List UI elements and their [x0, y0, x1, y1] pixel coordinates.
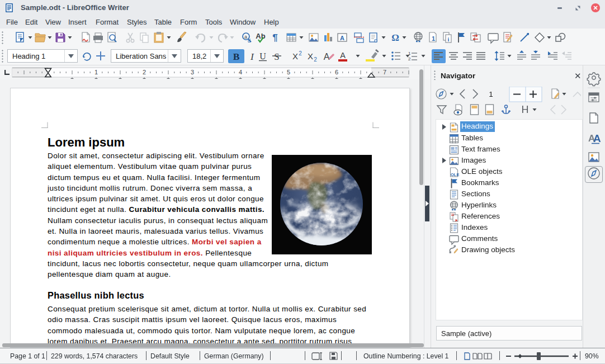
- svg-text:1: 1: [408, 51, 411, 56]
- svg-text:i: i: [448, 36, 450, 42]
- svg-text:OLE: OLE: [451, 172, 459, 177]
- svg-text:2: 2: [143, 69, 146, 75]
- svg-text:5: 5: [287, 69, 290, 75]
- svg-text:1: 1: [489, 90, 493, 98]
- svg-text:A: A: [324, 52, 330, 62]
- svg-text:X: X: [292, 51, 298, 61]
- svg-text:I: I: [250, 51, 254, 62]
- svg-text:Ω: Ω: [391, 32, 399, 43]
- svg-text:4: 4: [239, 69, 242, 75]
- svg-text:H: H: [522, 104, 529, 115]
- svg-text:2: 2: [408, 56, 411, 62]
- svg-text:1: 1: [432, 35, 435, 42]
- svg-text:1: 1: [94, 69, 98, 75]
- svg-text:3: 3: [191, 69, 194, 75]
- svg-text:a: a: [244, 34, 247, 40]
- svg-text:2: 2: [299, 50, 302, 56]
- svg-text:X: X: [308, 51, 313, 61]
- svg-text:B: B: [233, 51, 240, 62]
- svg-text:Ab: Ab: [256, 32, 265, 40]
- svg-text:2: 2: [314, 56, 317, 63]
- svg-text:A: A: [593, 133, 601, 144]
- svg-text:6: 6: [335, 69, 338, 75]
- svg-text:d: d: [248, 38, 250, 44]
- svg-text:¶: ¶: [272, 32, 277, 43]
- svg-text:A: A: [340, 51, 346, 60]
- svg-text:A: A: [340, 35, 344, 41]
- svg-text:7: 7: [383, 69, 386, 75]
- svg-text:S: S: [274, 51, 279, 62]
- svg-text:U: U: [259, 51, 266, 61]
